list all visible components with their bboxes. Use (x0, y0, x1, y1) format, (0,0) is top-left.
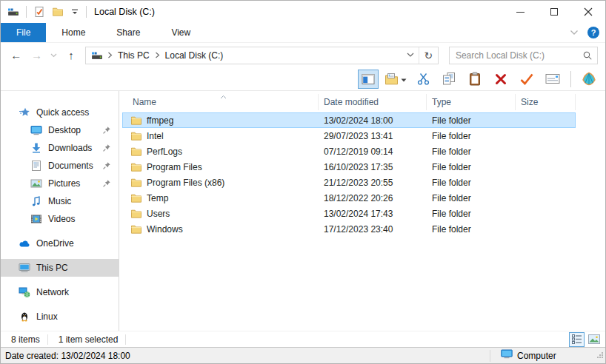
file-row-program-files-x86-[interactable]: Program Files (x86)21/12/2023 20:55File … (122, 175, 576, 190)
tab-view[interactable]: View (156, 23, 206, 42)
sidebar-item-pictures[interactable]: Pictures (1, 175, 119, 192)
file-row-temp[interactable]: Temp18/12/2022 20:26File folder (122, 190, 576, 206)
sidebar-item-onedrive[interactable]: OneDrive (1, 235, 119, 252)
toolbar-separator (570, 71, 571, 87)
folder-icon (130, 115, 142, 127)
collapse-ribbon-chevron-icon[interactable] (570, 27, 579, 38)
network-icon (19, 286, 30, 298)
cut-button[interactable] (413, 70, 433, 89)
file-name: Users (147, 209, 170, 219)
address-bar[interactable]: This PC Local Disk (C:) ↻ (85, 47, 439, 64)
column-header-name[interactable]: Name (119, 94, 319, 110)
tab-share[interactable]: Share (101, 23, 156, 42)
sidebar-item-network[interactable]: Network (1, 283, 119, 301)
drive-icon[interactable] (7, 6, 19, 18)
refresh-button[interactable]: ↻ (419, 47, 438, 64)
selection-count: 1 item selected (48, 334, 126, 345)
navigation-bar: ← → ↑ This PC Local Disk (C:) ↻ (1, 43, 605, 67)
select-button[interactable] (516, 70, 537, 89)
status-bar: 8 items 1 item selected (1, 331, 605, 347)
file-list-pane: Name Date modified Type Size ffmpeg13/02… (119, 91, 605, 331)
sidebar-item-documents[interactable]: Documents (1, 157, 119, 175)
file-row-perflogs[interactable]: PerfLogs07/12/2019 09:14File folder (122, 144, 576, 159)
folder-icon (130, 177, 142, 189)
close-button[interactable] (571, 1, 605, 23)
help-button[interactable]: ? (587, 27, 599, 38)
sidebar-item-downloads[interactable]: Downloads (1, 139, 119, 157)
file-row-users[interactable]: Users13/02/2024 17:43File folder (122, 206, 576, 221)
folder-options-icon (384, 72, 399, 87)
details-view-button[interactable] (569, 332, 585, 347)
minimize-button[interactable] (503, 1, 537, 23)
sidebar-item-label: Network (36, 287, 69, 297)
main-area: Quick accessDesktopDownloadsDocumentsPic… (1, 91, 605, 331)
sidebar-item-music[interactable]: Music (1, 192, 119, 210)
breadcrumb-chevron-icon[interactable] (154, 52, 161, 58)
paste-button[interactable] (465, 70, 485, 89)
file-row-windows[interactable]: Windows17/12/2023 23:40File folder (122, 221, 576, 237)
location-indicator: Computer (490, 350, 556, 362)
file-date-modified: 18/12/2022 20:26 (319, 193, 427, 203)
file-name: Temp (147, 193, 168, 203)
new-folder-icon[interactable] (52, 6, 64, 18)
sidebar-item-quick-access[interactable]: Quick access (1, 104, 119, 121)
properties-check-icon[interactable] (33, 6, 45, 18)
breadcrumb-chevron-icon[interactable] (107, 52, 113, 58)
large-icons-view-button[interactable] (586, 332, 602, 347)
recent-locations-chevron-icon[interactable] (49, 47, 59, 64)
paste-icon (467, 72, 482, 87)
back-button[interactable]: ← (8, 47, 24, 64)
file-type: File folder (427, 115, 516, 126)
column-header-type[interactable]: Type (427, 94, 516, 110)
sidebar-item-label: OneDrive (36, 238, 74, 249)
sidebar-item-this-pc[interactable]: This PC (1, 259, 119, 277)
location-label: Computer (517, 351, 556, 361)
music-icon (30, 195, 42, 207)
breadcrumb-local-disk[interactable]: Local Disk (C:) (161, 47, 228, 64)
videos-icon (30, 213, 42, 225)
address-history-chevron-icon[interactable] (402, 47, 419, 64)
rename-button[interactable] (542, 70, 563, 89)
search-box (449, 47, 598, 64)
folder-icon (130, 208, 142, 220)
file-row-intel[interactable]: Intel29/07/2023 13:41File folder (122, 128, 576, 144)
folder-options-button[interactable] (384, 70, 407, 89)
tab-home[interactable]: Home (46, 23, 101, 42)
column-header-date-modified[interactable]: Date modified (319, 94, 427, 110)
shell-icon (582, 72, 596, 87)
qat-customize-caret-icon[interactable] (70, 7, 79, 16)
tab-file[interactable]: File (1, 23, 46, 42)
forward-button[interactable]: → (29, 47, 45, 64)
sidebar-item-desktop[interactable]: Desktop (1, 121, 119, 139)
this-pc-icon (19, 262, 30, 274)
file-row-ffmpeg[interactable]: ffmpeg13/02/2024 18:00File folder (122, 112, 576, 128)
search-input[interactable] (450, 50, 578, 61)
file-date-modified: 16/10/2023 17:35 (319, 162, 427, 172)
shell-button[interactable] (579, 70, 599, 89)
copy-button[interactable] (439, 70, 459, 89)
sidebar-item-label: Desktop (48, 125, 81, 135)
sidebar-item-label: This PC (36, 263, 68, 273)
sidebar-item-videos[interactable]: Videos (1, 210, 119, 228)
delete-button[interactable] (490, 70, 511, 89)
window-title: Local Disk (C:) (94, 7, 155, 17)
column-header-size[interactable]: Size (516, 94, 576, 110)
details-view-icon (572, 334, 582, 344)
address-drive-icon[interactable] (86, 50, 107, 61)
resize-grip[interactable] (596, 351, 604, 361)
sidebar-item-label: Videos (48, 214, 75, 224)
breadcrumb-this-pc[interactable]: This PC (113, 47, 154, 64)
search-icon[interactable] (578, 47, 597, 64)
command-toolbar (1, 67, 605, 91)
navigation-pane-toggle-button[interactable] (358, 70, 379, 89)
maximize-button[interactable] (537, 1, 571, 23)
sidebar-item-linux[interactable]: Linux (1, 308, 119, 326)
dropdown-caret-icon (401, 74, 407, 84)
close-icon (584, 7, 593, 16)
file-row-program-files[interactable]: Program Files16/10/2023 17:35File folder (122, 159, 576, 175)
pin-icon (102, 144, 111, 152)
up-button[interactable]: ↑ (63, 47, 79, 64)
explorer-window: Local Disk (C:) File Home Share View ? ←… (0, 0, 606, 364)
file-date-modified: 07/12/2019 09:14 (319, 146, 427, 157)
folder-icon (130, 130, 142, 142)
